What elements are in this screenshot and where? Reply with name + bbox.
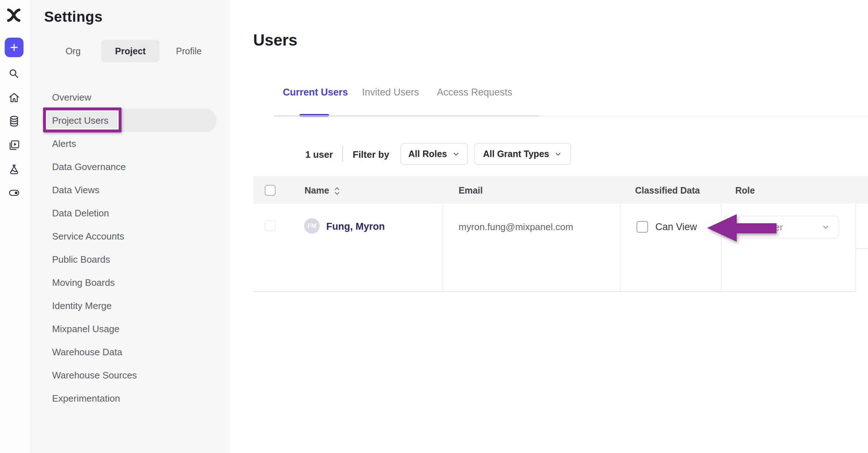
classified-can-view-checkbox[interactable] bbox=[637, 221, 648, 233]
column-header-classified-data: Classified Data bbox=[635, 185, 700, 196]
settings-sidebar: Settings Org Project Profile Overview Pr… bbox=[31, 0, 230, 453]
column-divider bbox=[442, 204, 443, 292]
page-divider bbox=[539, 116, 868, 117]
icon-rail bbox=[0, 0, 31, 453]
users-page: Users Current Users Invited Users Access… bbox=[230, 0, 868, 453]
data-management-icon[interactable] bbox=[7, 114, 21, 128]
tab-profile[interactable]: Profile bbox=[169, 40, 209, 62]
all-roles-filter[interactable]: All Roles bbox=[400, 143, 468, 165]
sidebar-item-data-views[interactable]: Data Views bbox=[42, 178, 216, 202]
sidebar-item-alerts[interactable]: Alerts bbox=[42, 132, 216, 155]
plus-icon bbox=[9, 43, 19, 52]
all-grant-types-filter-label: All Grant Types bbox=[483, 149, 549, 159]
sidebar-item-overview[interactable]: Overview bbox=[42, 86, 216, 109]
sidebar-item-experimentation[interactable]: Experimentation bbox=[42, 387, 216, 410]
row-select-checkbox[interactable] bbox=[265, 220, 276, 231]
toggle-feature-icon[interactable] bbox=[7, 186, 21, 200]
sidebar-item-public-boards[interactable]: Public Boards bbox=[42, 248, 216, 271]
sidebar-item-warehouse-sources[interactable]: Warehouse Sources bbox=[42, 364, 216, 387]
home-icon[interactable] bbox=[7, 91, 21, 105]
user-name-link[interactable]: Fung, Myron bbox=[326, 221, 385, 232]
column-header-role: Role bbox=[735, 185, 755, 196]
role-dropdown[interactable]: Owner bbox=[723, 216, 839, 238]
select-all-checkbox[interactable] bbox=[265, 185, 276, 196]
sidebar-item-project-users[interactable]: Project Users bbox=[42, 109, 216, 132]
classified-can-view-label: Can View bbox=[655, 221, 697, 233]
role-dropdown-value: Owner bbox=[755, 222, 783, 233]
tabs-divider bbox=[274, 115, 539, 117]
page-title: Users bbox=[253, 31, 297, 49]
sidebar-item-data-governance[interactable]: Data Governance bbox=[42, 155, 216, 178]
tab-project[interactable]: Project bbox=[101, 40, 159, 62]
column-divider bbox=[620, 204, 621, 292]
chevron-down-icon bbox=[452, 150, 460, 158]
create-new-button[interactable] bbox=[5, 38, 24, 57]
chevron-down-icon bbox=[822, 223, 830, 231]
experiments-flask-icon[interactable] bbox=[7, 163, 21, 177]
mixpanel-settings-app: Settings Org Project Profile Overview Pr… bbox=[0, 0, 868, 453]
row-divider bbox=[855, 248, 868, 249]
avatar: FM bbox=[304, 218, 320, 234]
sidebar-item-identity-merge[interactable]: Identity Merge bbox=[42, 294, 216, 317]
table-header bbox=[253, 176, 868, 204]
boards-icon[interactable] bbox=[7, 139, 21, 152]
filter-by-label: Filter by bbox=[353, 149, 389, 160]
sidebar-item-moving-boards[interactable]: Moving Boards bbox=[42, 271, 216, 294]
search-icon[interactable] bbox=[7, 67, 21, 81]
settings-title: Settings bbox=[44, 9, 103, 25]
column-header-name[interactable]: Name bbox=[305, 185, 329, 196]
column-header-email: Email bbox=[459, 185, 483, 196]
chevron-down-icon bbox=[554, 150, 562, 158]
tab-current-users[interactable]: Current Users bbox=[283, 87, 348, 98]
mixpanel-logo-icon[interactable] bbox=[6, 7, 22, 25]
user-count: 1 user bbox=[305, 149, 333, 160]
all-grant-types-filter[interactable]: All Grant Types bbox=[474, 143, 571, 165]
sidebar-item-warehouse-data[interactable]: Warehouse Data bbox=[42, 340, 216, 364]
sort-icon[interactable] bbox=[333, 186, 341, 196]
settings-nav: Overview Project Users Alerts Data Gover… bbox=[31, 86, 230, 410]
column-divider bbox=[855, 204, 856, 292]
filter-divider bbox=[342, 146, 343, 162]
all-roles-filter-label: All Roles bbox=[408, 149, 447, 159]
tab-invited-users[interactable]: Invited Users bbox=[362, 87, 419, 98]
tab-access-requests[interactable]: Access Requests bbox=[437, 87, 512, 98]
sidebar-item-service-accounts[interactable]: Service Accounts bbox=[42, 225, 216, 248]
row-divider bbox=[253, 291, 855, 292]
tab-org[interactable]: Org bbox=[53, 40, 93, 62]
sidebar-item-data-deletion[interactable]: Data Deletion bbox=[42, 202, 216, 225]
sidebar-item-mixpanel-usage[interactable]: Mixpanel Usage bbox=[42, 317, 216, 340]
column-divider bbox=[721, 204, 722, 292]
user-email: myron.fung@mixpanel.com bbox=[459, 221, 573, 233]
